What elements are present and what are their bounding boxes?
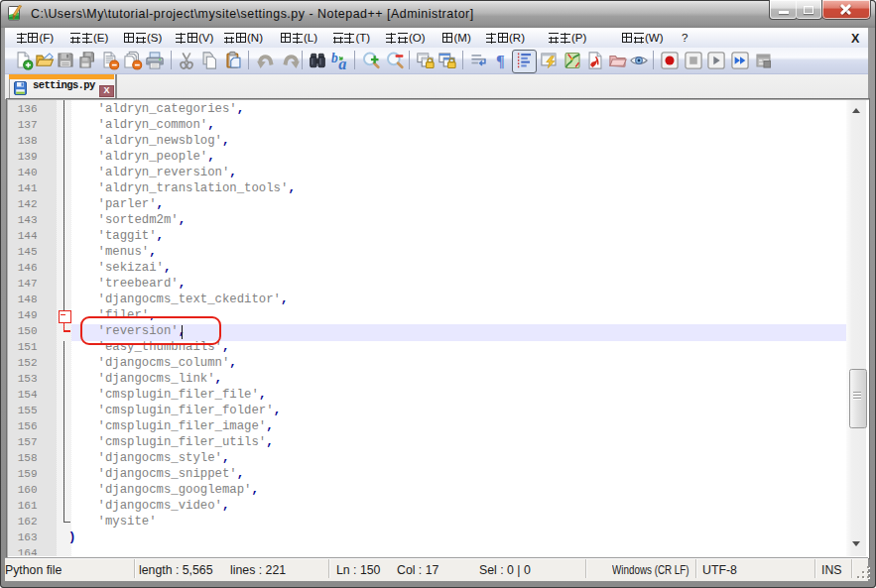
- svg-text:¶: ¶: [496, 53, 505, 70]
- svg-text:b: b: [331, 51, 337, 65]
